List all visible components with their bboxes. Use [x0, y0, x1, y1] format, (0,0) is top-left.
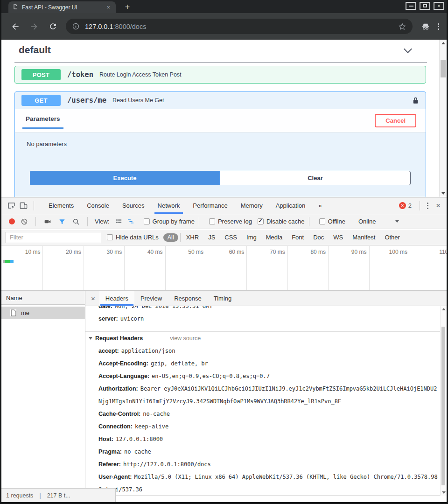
resource-filter-doc[interactable]: Doc: [313, 234, 324, 241]
refresh-button[interactable]: [47, 21, 58, 32]
resource-filter-font[interactable]: Font: [292, 234, 304, 241]
divider: [199, 217, 199, 226]
tab-close-icon[interactable]: ×: [105, 4, 112, 11]
close-window-button[interactable]: ×: [434, 2, 444, 10]
new-tab-button[interactable]: +: [122, 2, 133, 13]
endpoint-summary: Route Login Access Token Post: [99, 71, 182, 78]
offline-checkbox[interactable]: [319, 218, 325, 224]
search-icon[interactable]: [72, 218, 80, 225]
endpoint-path: /token: [67, 70, 93, 79]
error-count[interactable]: 2: [408, 202, 412, 209]
page-favicon-icon: [13, 3, 18, 12]
large-rows-icon[interactable]: [115, 218, 123, 225]
tab-network[interactable]: Network: [151, 197, 187, 214]
chevron-down-icon[interactable]: [403, 47, 413, 56]
detail-scrollbar[interactable]: [440, 306, 447, 496]
endpoint-header[interactable]: POST /token Route Login Access Token Pos…: [15, 66, 426, 83]
capture-screenshots-icon[interactable]: [43, 218, 52, 225]
resource-filter-other[interactable]: Other: [385, 234, 400, 241]
address-bar[interactable]: 127.0.0.1:8000/docs: [66, 19, 413, 34]
name-column-header[interactable]: Name: [1, 291, 85, 305]
detail-tab-preview[interactable]: Preview: [134, 291, 168, 306]
timeline-tick: 50 ms: [166, 246, 206, 290]
detail-tab-timing[interactable]: Timing: [208, 291, 238, 306]
device-toolbar-icon[interactable]: [17, 200, 29, 212]
page-info-icon[interactable]: [72, 22, 80, 30]
clear-button[interactable]: Clear: [220, 171, 411, 185]
tab-memory[interactable]: Memory: [234, 197, 269, 214]
detail-tab-headers[interactable]: Headers: [99, 291, 134, 306]
disable-cache-checkbox[interactable]: [258, 218, 264, 224]
network-toolbar: View: Group by frame Preserve log Disabl…: [1, 214, 447, 229]
inspect-element-icon[interactable]: [5, 200, 17, 212]
filter-funnel-icon[interactable]: [58, 218, 66, 225]
page-scrollbar[interactable]: [439, 40, 447, 197]
request-header-row: Pragma:no-cache: [85, 446, 440, 458]
more-tabs-button[interactable]: »: [312, 197, 328, 214]
resource-filter-ws[interactable]: WS: [333, 234, 343, 241]
request-row-me[interactable]: me: [1, 307, 85, 319]
filter-input[interactable]: [5, 232, 101, 243]
scroll-up-icon[interactable]: [441, 42, 445, 44]
tab-performance[interactable]: Performance: [186, 197, 234, 214]
endpoint-get-users-me: GET /users/me Read Users Me Get Paramete…: [14, 91, 426, 197]
tab-sources[interactable]: Sources: [116, 197, 151, 214]
forward-button[interactable]: [28, 21, 40, 32]
timeline-tick: 30 ms: [84, 246, 125, 290]
timeline-tick: 100 ms: [370, 246, 410, 290]
resource-filter-manifest[interactable]: Manifest: [352, 234, 375, 241]
group-by-frame-checkbox[interactable]: [144, 218, 150, 224]
devtools-close-icon[interactable]: ×: [436, 201, 441, 210]
endpoint-post-token[interactable]: POST /token Route Login Access Token Pos…: [14, 66, 426, 84]
network-overview-timeline[interactable]: 10 ms 20 ms 30 ms 40 ms 50 ms 60 ms 70 m…: [1, 246, 447, 291]
resource-filter-all[interactable]: All: [163, 233, 178, 242]
parameters-tab[interactable]: Parameters: [22, 115, 63, 129]
clear-requests-icon[interactable]: [21, 218, 28, 225]
error-badge-icon[interactable]: ×: [399, 202, 406, 209]
tab-elements[interactable]: Elements: [42, 197, 80, 214]
endpoint-header[interactable]: GET /users/me Read Users Me Get: [15, 92, 426, 109]
waterfall-overview-icon[interactable]: [127, 218, 135, 225]
bookmark-star-icon[interactable]: [398, 22, 406, 31]
detail-tabbar: × Headers Preview Response Timing: [85, 291, 447, 306]
offline-label: Offline: [328, 218, 345, 225]
scrollbar-thumb[interactable]: [441, 327, 445, 485]
hide-data-urls-label: Hide data URLs: [116, 234, 159, 241]
endpoint-summary: Read Users Me Get: [112, 97, 164, 104]
resource-filter-img[interactable]: Img: [246, 234, 257, 241]
tab-application[interactable]: Application: [269, 197, 312, 214]
resource-filter-xhr[interactable]: XHR: [186, 234, 199, 241]
tab-console[interactable]: Console: [80, 197, 116, 214]
preserve-log-checkbox[interactable]: [209, 218, 215, 224]
scrollbar-thumb[interactable]: [441, 60, 446, 77]
throttling-dropdown[interactable]: Online: [358, 218, 376, 225]
network-filter-row: Hide data URLs All XHR JS CSS Img Media …: [1, 230, 447, 245]
cancel-button[interactable]: Cancel: [375, 114, 416, 127]
hide-data-urls-checkbox[interactable]: [107, 234, 113, 240]
resource-filter-media[interactable]: Media: [266, 234, 282, 241]
devtools-menu-button[interactable]: [424, 203, 431, 209]
minimize-button[interactable]: [406, 2, 416, 10]
close-detail-icon[interactable]: ×: [91, 294, 95, 302]
dropdown-arrow-icon[interactable]: [395, 220, 399, 223]
browser-menu-button[interactable]: [435, 23, 442, 30]
maximize-button[interactable]: [420, 2, 430, 10]
view-source-link[interactable]: view source: [170, 335, 201, 342]
scroll-down-icon[interactable]: [441, 192, 445, 195]
requests-count: 1 requests: [6, 492, 33, 499]
resource-filter-css[interactable]: CSS: [224, 234, 237, 241]
browser-titlebar: Fast API - Swagger UI × + ×: [1, 0, 447, 13]
resource-filter-js[interactable]: JS: [208, 234, 215, 241]
request-headers-section[interactable]: Request Headers view source: [85, 332, 440, 345]
detail-tab-response[interactable]: Response: [168, 291, 208, 306]
browser-tab[interactable]: Fast API - Swagger UI ×: [8, 1, 116, 13]
lock-icon[interactable]: [412, 96, 419, 105]
disclosure-triangle-icon[interactable]: [89, 337, 92, 340]
execute-button[interactable]: Execute: [30, 171, 220, 185]
record-button[interactable]: [9, 218, 15, 224]
request-header-row: Connection:keep-alive: [85, 420, 440, 433]
scroll-up-icon[interactable]: [442, 308, 446, 310]
url-text: 127.0.0.1:8000/docs: [85, 23, 146, 30]
back-button[interactable]: [10, 21, 21, 32]
scroll-down-icon[interactable]: [442, 491, 446, 494]
